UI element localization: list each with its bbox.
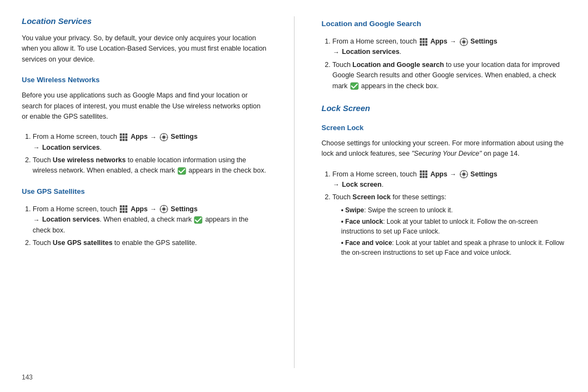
settings-label-1: Settings	[171, 133, 198, 140]
svg-rect-48	[420, 170, 422, 173]
use-wireless-networks-body: Before you use applications such as Goog…	[22, 90, 267, 122]
apps-label-3: Apps	[430, 38, 447, 45]
page: Location Services You value your privacy…	[0, 0, 588, 392]
svg-rect-21	[125, 208, 127, 210]
svg-rect-52	[422, 173, 425, 175]
page-number: 143	[22, 373, 566, 381]
arrow-1: →	[150, 133, 157, 141]
svg-rect-54	[420, 176, 422, 178]
svg-rect-0	[120, 133, 122, 136]
screen-lock-step-2: Touch Screen lock for these settings: Sw…	[333, 192, 567, 257]
settings-label-3: Settings	[470, 38, 497, 45]
svg-rect-38	[420, 44, 422, 46]
apps-icon-4	[419, 170, 428, 179]
arrow-2: →	[150, 205, 157, 213]
svg-rect-35	[420, 41, 422, 43]
svg-rect-1	[122, 133, 125, 136]
svg-rect-18	[125, 205, 127, 207]
svg-rect-5	[125, 136, 127, 138]
location-search-step-2: Touch Location and Google search to use …	[333, 60, 567, 91]
svg-point-58	[462, 173, 465, 176]
svg-rect-37	[425, 41, 427, 43]
lock-screen-main-title: Lock Screen	[322, 103, 567, 113]
check-icon-1	[177, 167, 186, 175]
apps-label-1: Apps	[131, 133, 148, 140]
face-unlock-bullet: Face unlock: Look at your tablet to unlo…	[338, 217, 567, 236]
screen-lock-title: Screen Lock	[322, 124, 567, 132]
screen-lock-steps-list: From a Home screen, touch Apps →	[333, 169, 567, 260]
svg-rect-53	[425, 173, 427, 175]
arrow-3: →	[450, 38, 456, 45]
swipe-bullet: Swipe: Swipe the screen to unlock it.	[338, 205, 567, 215]
screen-lock-step-1: From a Home screen, touch Apps →	[333, 169, 567, 191]
right-column: Location and Google Search From a Home s…	[322, 16, 567, 368]
settings-label-4: Settings	[470, 170, 497, 178]
svg-rect-51	[420, 173, 422, 175]
left-column: Location Services You value your privacy…	[22, 16, 267, 368]
screen-lock-body: Choose settings for unlocking your scree…	[322, 138, 567, 160]
gps-step-2: Touch Use GPS satellites to enable the G…	[33, 238, 267, 248]
svg-rect-55	[422, 176, 425, 178]
svg-rect-23	[122, 211, 125, 213]
wireless-step-2: Touch Use wireless networks to enable lo…	[33, 155, 267, 176]
location-google-search-title: Location and Google Search	[322, 20, 567, 28]
face-voice-bullet: Face and voice: Look at your tablet and …	[338, 238, 567, 258]
svg-rect-4	[122, 136, 125, 138]
settings-icon-1	[160, 133, 168, 142]
location-services-title: Location Services	[22, 16, 267, 26]
arrow-4: →	[450, 170, 456, 178]
settings-icon-2	[160, 205, 168, 213]
svg-point-26	[162, 207, 166, 211]
svg-rect-34	[425, 38, 427, 40]
svg-rect-40	[425, 44, 427, 46]
wireless-step-1: From a Home screen, touch Apps →	[33, 132, 267, 153]
svg-point-10	[162, 136, 166, 139]
settings-icon-3	[460, 38, 468, 46]
apps-label-4: Apps	[430, 170, 447, 178]
svg-rect-33	[422, 38, 425, 40]
svg-rect-24	[125, 211, 127, 213]
location-search-steps-list: From a Home screen, touch Apps →	[333, 36, 567, 94]
check-icon-2	[194, 216, 203, 224]
svg-rect-32	[420, 38, 422, 40]
svg-rect-3	[120, 136, 122, 138]
settings-icon-4	[460, 170, 468, 179]
arrow-location-2: →	[33, 216, 40, 224]
wireless-steps-list: From a Home screen, touch Apps →	[33, 132, 267, 179]
arrow-location-1: →	[33, 144, 40, 151]
svg-rect-49	[422, 170, 425, 173]
apps-label-2: Apps	[131, 205, 148, 213]
settings-label-2: Settings	[171, 205, 198, 213]
screen-lock-bullets: Swipe: Swipe the screen to unlock it. Fa…	[338, 205, 567, 258]
check-icon-3	[350, 82, 359, 90]
svg-rect-19	[120, 208, 122, 210]
gps-steps-list: From a Home screen, touch Apps →	[33, 204, 267, 251]
arrow-lock-screen: →	[333, 181, 340, 188]
svg-rect-36	[422, 41, 425, 43]
svg-rect-7	[122, 139, 125, 141]
svg-point-42	[462, 40, 465, 44]
svg-rect-8	[125, 139, 127, 141]
location-services-body: You value your privacy. So, by default, …	[22, 33, 267, 65]
svg-rect-17	[122, 205, 125, 207]
svg-rect-39	[422, 44, 425, 46]
gps-step-1: From a Home screen, touch Apps →	[33, 204, 267, 236]
apps-icon-1	[119, 133, 128, 142]
svg-rect-2	[125, 133, 127, 136]
use-gps-satellites-title: Use GPS Satellites	[22, 187, 267, 195]
apps-icon-2	[119, 205, 128, 213]
svg-rect-20	[122, 208, 125, 210]
svg-rect-56	[425, 176, 427, 178]
svg-rect-16	[120, 205, 122, 207]
use-wireless-networks-title: Use Wireless Networks	[22, 76, 267, 84]
column-divider	[294, 16, 295, 368]
svg-rect-22	[120, 211, 122, 213]
svg-rect-6	[120, 139, 122, 141]
svg-rect-50	[425, 170, 427, 173]
apps-icon-3	[419, 38, 428, 46]
location-search-step-1: From a Home screen, touch Apps →	[333, 36, 567, 58]
arrow-location-3: →	[333, 48, 340, 56]
